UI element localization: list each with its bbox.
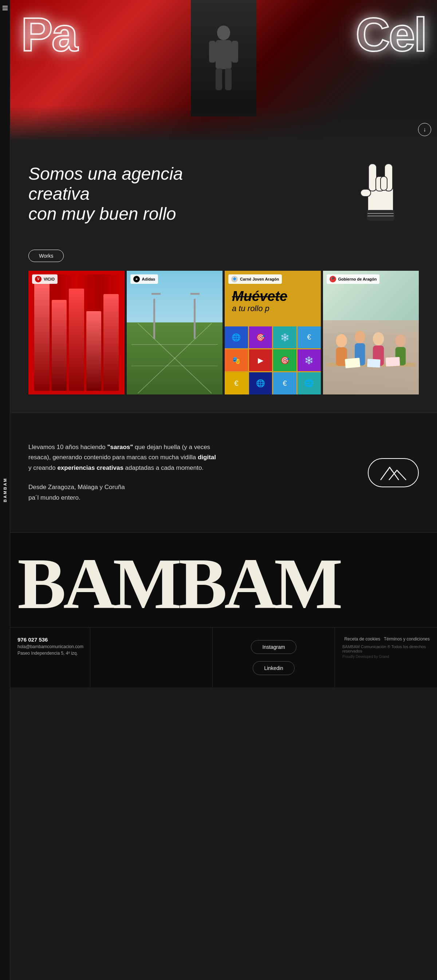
field-lines-svg [127,323,223,394]
svg-rect-26 [344,358,360,368]
svg-rect-10 [381,177,387,190]
gobierno-brand-name: Gobierno de Aragón [338,277,377,281]
svg-rect-1 [215,40,231,69]
tagline-line1: Somos una agencia creativa [29,164,183,204]
mountain-icon [379,464,408,482]
svg-point-20 [355,331,365,343]
linkedin-button[interactable]: Linkedin [253,661,294,675]
footer-social: Instagram Linkedin [213,628,335,687]
footer-phone: 976 027 536 [18,636,83,643]
svg-point-22 [373,332,383,345]
about-text-block: Llevamos 10 años haciendo "saraos" que d… [29,442,218,503]
carne-brand-name: Carné Joven Aragón [240,277,279,281]
card-tag-carne: 🔷 Carné Joven Aragón [228,274,282,284]
neon-right: Cel [356,7,426,62]
hero-fade [10,105,437,142]
svg-rect-13 [367,213,394,214]
about-paragraph-1: Llevamos 10 años haciendo "saraos" que d… [29,442,218,474]
pole-top-right [190,293,199,295]
svg-rect-2 [209,41,215,63]
footer-empty-col [90,628,213,687]
work-card-vicio[interactable]: V VICIO [29,271,124,395]
mountain-logo [368,458,419,487]
grass [127,323,223,394]
svg-rect-4 [215,68,222,90]
carne-icons-grid: 🌐 🎯 ❄️ € 🎭 ▶ 🎯 ❄️ € 🌐 € 🌐 [225,326,321,395]
person-silhouette [206,22,242,95]
about-location: Desde Zaragoza, Málaga y Coruña pa´l mun… [29,482,218,503]
sidebar-logo: BAMBAM [3,477,7,502]
svg-point-0 [217,25,230,40]
work-card-gobierno[interactable]: 🏴 Gobierno de Aragón [323,271,419,395]
terms-link[interactable]: Términos y condiciones [384,636,430,641]
footer-copyright: BAMBAM Comunicación ® Todos los derechos… [342,644,430,653]
vicio-visual [29,271,124,395]
card-tag-adidas: 𝕒 Adidas [130,274,158,284]
tagline-section: Somos una agencia creativa con muy buen … [10,142,437,239]
footer: 976 027 536 hola@bambamcomunicacion.com … [10,627,437,687]
carne-subtext: a tu rollo p [232,304,314,313]
menu-icon[interactable] [3,6,8,10]
rock-hand-illustration [349,153,408,226]
footer-links: Receta de cookies Términos y condiciones [342,636,430,641]
footer-address: Paseo Independencia 5, 4º izq. [18,651,83,656]
instagram-button[interactable]: Instagram [251,640,296,654]
gobierno-image [323,271,419,395]
pole-top-left [152,293,161,295]
bambam-large-text: BAMBAM [10,547,437,620]
svg-rect-3 [231,41,238,63]
svg-rect-27 [367,359,381,368]
works-grid: V VICIO 𝕒 Adi [29,271,419,395]
cookies-link[interactable]: Receta de cookies [344,636,380,641]
svg-rect-14 [367,215,394,216]
footer-email: hola@bambamcomunicacion.com [18,644,83,649]
hero-background: Pa Cel [10,0,437,142]
works-section: Works V VICIO [10,239,437,413]
gobierno-brand-icon: 🏴 [330,276,336,282]
carne-headline: Muévete [232,289,314,304]
vicio-brand-name: VICIO [44,277,55,281]
about-section: Llevamos 10 años haciendo "saraos" que d… [10,413,437,532]
rock-hand-icon [353,156,404,222]
vicio-brand-icon: V [35,276,41,282]
svg-rect-28 [385,356,400,366]
footer-powered: Proudly Developed by Grand [342,655,430,659]
bambam-large-section: BAMBAM [10,532,437,627]
card-tag-gobierno: 🏴 Gobierno de Aragón [327,274,380,284]
svg-point-24 [395,334,405,347]
scroll-down-button[interactable]: ↓ [418,123,431,136]
hero-section: Pa Cel ↓ [10,0,437,142]
works-button[interactable]: Works [29,250,64,262]
adidas-brand-icon: 𝕒 [133,276,140,282]
light-pole-left [153,299,155,339]
svg-point-18 [336,334,347,347]
footer-contact: 976 027 536 hola@bambamcomunicacion.com … [10,628,90,687]
main-content: Pa Cel ↓ [10,0,437,687]
svg-rect-11 [360,189,371,197]
hero-person-image [191,0,256,116]
light-pole-right [194,299,196,339]
work-card-adidas[interactable]: 𝕒 Adidas [127,271,223,395]
people-svg [323,302,419,395]
sidebar: BAMBAM [0,0,10,687]
footer-legal: Receta de cookies Términos y condiciones… [335,628,437,687]
work-card-carne[interactable]: 🔷 Carné Joven Aragón Muévete a tu rollo … [225,271,321,395]
adidas-brand-name: Adidas [142,277,155,281]
tagline: Somos una agencia creativa con muy buen … [29,164,247,224]
card-tag-vicio: V VICIO [32,274,57,284]
svg-rect-5 [225,68,231,90]
carne-brand-icon: 🔷 [231,276,238,282]
neon-left: Pa [21,7,77,62]
tagline-line2: con muy buen rollo [29,204,176,223]
svg-rect-7 [368,164,376,191]
